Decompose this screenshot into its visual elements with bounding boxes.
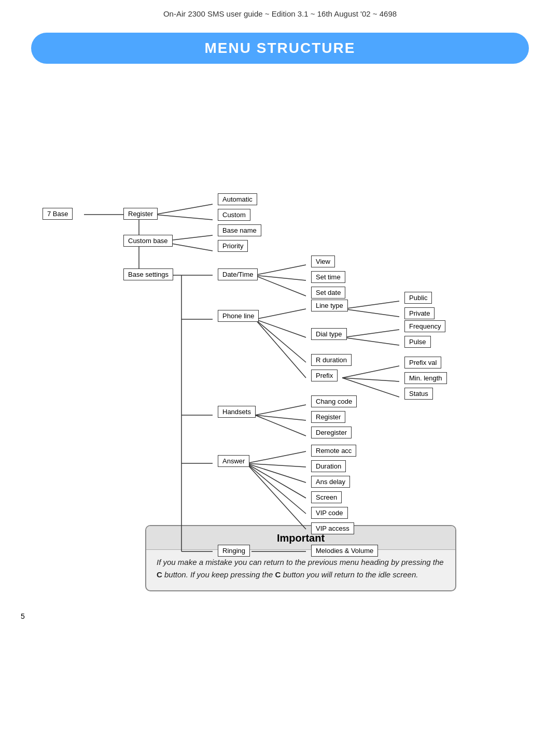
- diagram-area: 7 Base Register Custom base Base setting…: [21, 79, 560, 515]
- box-register: Register: [123, 208, 158, 220]
- svg-line-29: [255, 415, 306, 420]
- svg-line-21: [255, 319, 306, 362]
- box-dial-type: Dial type: [311, 328, 347, 340]
- box-custom: Custom: [218, 209, 250, 221]
- svg-line-15: [255, 309, 306, 319]
- box-min-length: Min. length: [404, 372, 447, 384]
- box-status: Status: [404, 388, 433, 400]
- svg-line-2: [155, 215, 213, 220]
- box-date-time: Date/Time: [218, 268, 258, 280]
- svg-line-1: [155, 204, 213, 215]
- box-r-duration: R duration: [311, 354, 352, 366]
- svg-line-33: [246, 451, 306, 463]
- svg-line-35: [246, 463, 306, 483]
- box-base-name: Base name: [218, 224, 261, 236]
- box-register2: Register: [311, 411, 345, 423]
- svg-line-11: [254, 275, 306, 280]
- box-vip-code: VIP code: [311, 507, 348, 519]
- box-7base: 7 Base: [43, 208, 73, 220]
- box-automatic: Automatic: [218, 193, 257, 205]
- box-prefix: Prefix: [311, 370, 338, 381]
- svg-line-36: [246, 463, 306, 498]
- svg-line-20: [343, 337, 399, 345]
- svg-line-18: [255, 319, 306, 337]
- page-header: On-Air 2300 SMS user guide ~ Edition 3.1…: [0, 0, 560, 23]
- box-melodies-volume: Melodies & Volume: [311, 545, 378, 557]
- svg-line-17: [343, 309, 399, 317]
- page-number: 5: [0, 607, 560, 620]
- box-answer: Answer: [218, 455, 249, 467]
- box-pulse: Pulse: [404, 336, 431, 348]
- svg-line-30: [255, 415, 306, 436]
- important-text: If you make a mistake you can return to …: [146, 556, 455, 581]
- important-title: Important: [146, 526, 455, 550]
- svg-line-10: [254, 265, 306, 275]
- box-line-type: Line type: [311, 300, 348, 311]
- box-set-date: Set date: [311, 287, 345, 299]
- box-public: Public: [404, 292, 432, 304]
- box-prefix-val: Prefix val: [404, 357, 441, 368]
- box-ans-delay: Ans delay: [311, 476, 350, 488]
- svg-line-34: [246, 463, 306, 467]
- svg-line-28: [255, 405, 306, 415]
- box-phone-line: Phone line: [218, 310, 259, 322]
- box-frequency: Frequency: [404, 320, 445, 332]
- box-custom-base: Custom base: [123, 235, 173, 247]
- svg-line-12: [254, 275, 306, 296]
- box-vip-access: VIP access: [311, 522, 354, 534]
- svg-line-19: [343, 330, 399, 337]
- box-ringing: Ringing: [218, 545, 250, 557]
- box-remote-acc: Remote acc: [311, 445, 356, 457]
- box-set-time: Set time: [311, 271, 345, 283]
- svg-line-24: [342, 378, 399, 381]
- box-chang-code: Chang code: [311, 395, 357, 407]
- svg-line-37: [246, 463, 306, 514]
- box-handsets: Handsets: [218, 406, 256, 418]
- box-screen: Screen: [311, 491, 342, 503]
- svg-line-22: [255, 319, 306, 378]
- box-private: Private: [404, 307, 435, 319]
- menu-structure-banner: MENU STRUCTURE: [31, 33, 529, 64]
- box-base-settings: Base settings: [123, 268, 173, 280]
- connector-lines: [21, 79, 560, 515]
- svg-line-16: [343, 301, 399, 309]
- box-deregister: Deregister: [311, 427, 352, 438]
- box-duration: Duration: [311, 460, 346, 472]
- box-priority: Priority: [218, 240, 248, 252]
- important-box: Important If you make a mistake you can …: [145, 525, 456, 591]
- svg-line-38: [246, 463, 306, 529]
- box-view: View: [311, 256, 335, 267]
- svg-line-23: [342, 366, 399, 378]
- svg-line-25: [342, 378, 399, 397]
